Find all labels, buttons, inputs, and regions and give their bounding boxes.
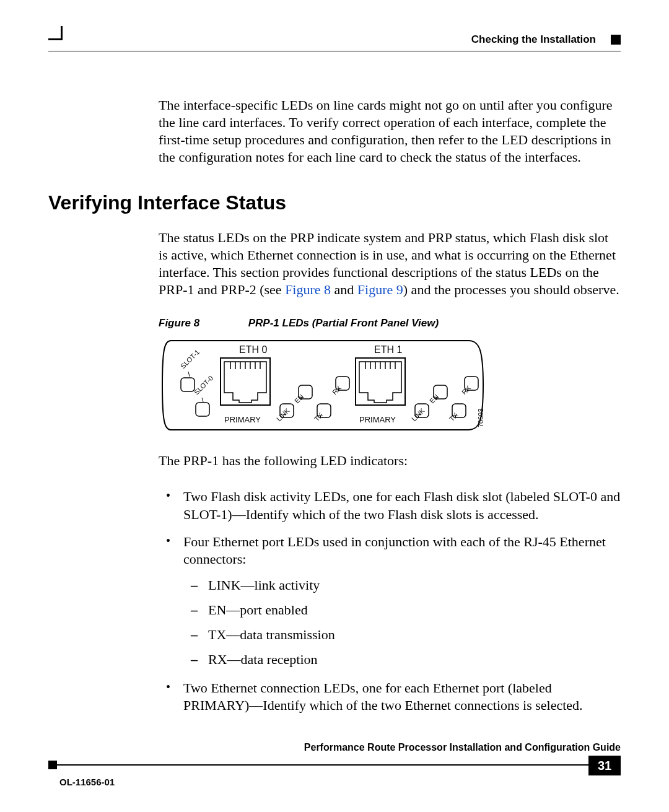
svg-rect-16 [181, 378, 195, 391]
figure-9-link[interactable]: Figure 9 [357, 282, 403, 297]
header-square-icon [611, 35, 621, 45]
footer-title: Performance Route Processor Installation… [48, 742, 621, 753]
page-footer: Performance Route Processor Installation… [48, 742, 621, 787]
bullet-text: LINK—link activity [208, 577, 320, 593]
bullet-text: RX—data reception [208, 652, 318, 667]
footer-square-icon [48, 761, 57, 769]
list-item: LINK—link activity [183, 575, 621, 595]
crop-mark-top-left [48, 26, 63, 40]
page: Checking the Installation The interface-… [0, 0, 669, 812]
status-text-after: ) and the processes you should observe. [403, 282, 619, 297]
sub-bullet-list: LINK—link activity EN—port enabled TX—da… [183, 575, 621, 670]
primary0-label: PRIMARY [224, 415, 261, 424]
list-item: Four Ethernet port LEDs used in conjunct… [159, 533, 621, 670]
list-item: Two Flash disk activity LEDs, one for ea… [159, 488, 621, 523]
bullet-text: Two Flash disk activity LEDs, one for ea… [183, 489, 620, 522]
bullet-text: EN—port enabled [208, 602, 308, 618]
intro-paragraph: The interface-specific LEDs on line card… [159, 97, 621, 167]
eth1-label: ETH 1 [374, 344, 402, 355]
footer-rule-row: 31 [48, 756, 621, 775]
eth0-label: ETH 0 [239, 344, 267, 355]
svg-rect-17 [196, 403, 209, 416]
figure-8-link[interactable]: Figure 8 [285, 282, 331, 297]
figure-number: Figure 8 [159, 317, 245, 330]
page-number: 31 [588, 756, 621, 775]
figure-title: PRP-1 LEDs (Partial Front Panel View) [248, 317, 439, 329]
status-paragraph: The status LEDs on the PRP indicate syst… [159, 229, 621, 299]
bullet-text: TX—data transmission [208, 627, 335, 642]
rj45-eth1 [356, 358, 405, 405]
list-item: TX—data transmission [183, 625, 621, 645]
header-rule [48, 51, 621, 51]
running-head: Checking the Installation [471, 33, 596, 46]
body-block-1: The interface-specific LEDs on line card… [159, 97, 621, 167]
list-item: EN—port enabled [183, 600, 621, 620]
doc-id: OL-11656-01 [59, 777, 621, 787]
prp1-intro: The PRP-1 has the following LED indicato… [159, 452, 621, 469]
prp1-led-diagram: ETH 0 ETH 1 [159, 336, 487, 435]
rj45-eth0 [221, 358, 270, 405]
list-item: Two Ethernet connection LEDs, one for ea… [159, 679, 621, 714]
footer-rule [57, 764, 588, 766]
page-header: Checking the Installation [48, 32, 621, 53]
figure-caption: Figure 8 PRP-1 LEDs (Partial Front Panel… [159, 317, 621, 330]
bullet-text: Two Ethernet connection LEDs, one for ea… [183, 680, 583, 713]
led-bullet-list: Two Flash disk activity LEDs, one for ea… [159, 488, 621, 714]
status-and: and [331, 282, 357, 297]
body-block-2: The status LEDs on the PRP indicate syst… [159, 229, 621, 714]
section-heading: Verifying Interface Status [48, 191, 621, 214]
primary1-label: PRIMARY [359, 415, 396, 424]
bullet-text: Four Ethernet port LEDs used in conjunct… [183, 534, 606, 567]
list-item: RX—data reception [183, 650, 621, 670]
art-number: 70693 [477, 409, 484, 428]
